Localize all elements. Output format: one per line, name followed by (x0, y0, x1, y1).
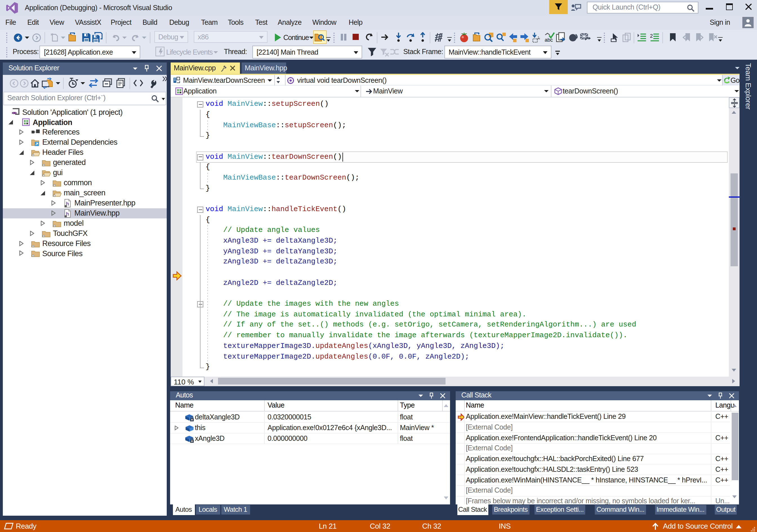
svg-text:2: 2 (650, 33, 653, 39)
svg-text:abc: abc (545, 37, 553, 43)
